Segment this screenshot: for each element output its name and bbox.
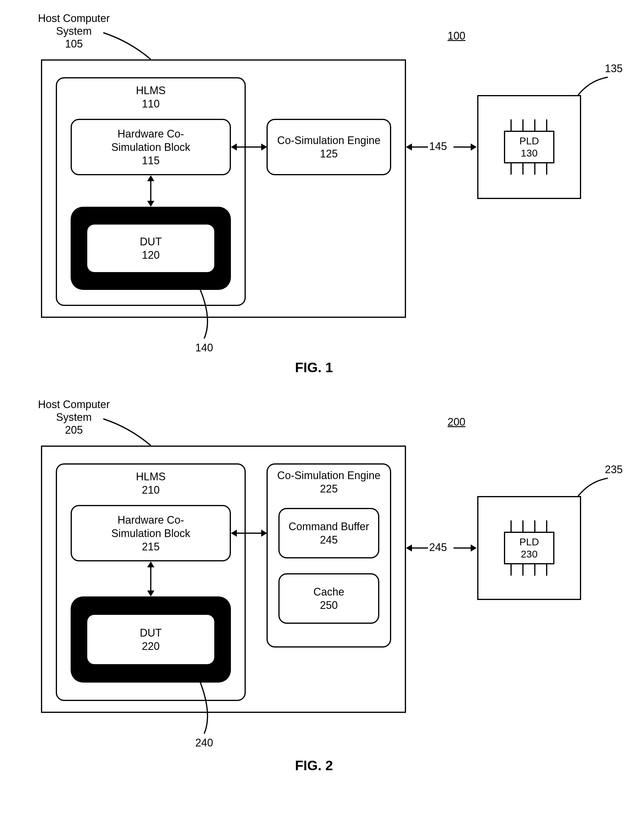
hwcosim-l2: Simulation Block	[72, 527, 230, 540]
chip-pin-icon	[523, 564, 524, 576]
hardware-cosim-block: Hardware Co- Simulation Block 115	[71, 119, 231, 175]
cache-block: Cache 250	[279, 573, 379, 624]
pld-label: PLD	[505, 135, 553, 147]
host-label-num: 105	[65, 38, 83, 50]
cosim-l1: Co-Simulation Engine	[268, 134, 390, 147]
host-hw-link-left	[410, 548, 428, 549]
dut-label: DUT	[87, 235, 214, 248]
chip-pin-icon	[534, 520, 535, 532]
chip-pin-icon	[546, 564, 547, 576]
arrowhead-left-icon	[231, 144, 237, 151]
host-label-line2: System	[56, 411, 92, 423]
hw-platform-num: 235	[605, 463, 623, 476]
hwcosim-dut-link	[150, 564, 151, 591]
chip-pin-icon	[523, 163, 524, 175]
cosim-num: 225	[268, 482, 390, 496]
host-label-line2: System	[56, 25, 92, 37]
host-leader-curve	[103, 15, 168, 59]
dut-label: DUT	[87, 626, 214, 639]
host-label-line1: Host Computer	[38, 398, 110, 411]
cosim-engine-box: Co-Simulation Engine 125	[266, 119, 391, 175]
chip-pin-icon	[510, 564, 512, 576]
host-system-label: Host Computer System 205	[38, 398, 110, 437]
chip-pin-icon	[510, 520, 512, 532]
dut-block: DUT 220	[87, 615, 214, 664]
arrowhead-down-icon	[147, 201, 154, 207]
hwcosim-l1: Hardware Co-	[72, 127, 230, 141]
chip-pin-icon	[510, 163, 512, 175]
dut-callout-num: 140	[195, 342, 213, 354]
figure-caption: FIG. 1	[32, 359, 596, 376]
host-hw-link-right	[453, 147, 471, 148]
host-label-num: 205	[65, 424, 83, 436]
link-num: 145	[429, 140, 447, 153]
arrowhead-down-icon	[147, 591, 154, 597]
pld-label: PLD	[505, 536, 553, 548]
cmdbuf-num: 245	[280, 533, 378, 546]
hw-platform-num: 135	[605, 62, 623, 75]
chip-pin-icon	[534, 119, 535, 131]
cosim-l1: Co-Simulation Engine	[268, 469, 390, 482]
arrowhead-right-icon	[261, 530, 267, 537]
dut-num: 120	[87, 248, 214, 262]
arrowhead-right-icon	[261, 144, 267, 151]
pld-chip: PLD 130	[504, 131, 554, 163]
arrowhead-up-icon	[147, 175, 154, 181]
host-leader-curve	[103, 401, 168, 445]
pld-chip: PLD 230	[504, 532, 554, 564]
dut-block: DUT 120	[87, 224, 214, 272]
link-num: 245	[429, 541, 447, 554]
chip-pin-icon	[546, 119, 547, 131]
host-hw-link-left	[410, 147, 428, 148]
hwcosim-num: 215	[72, 540, 230, 553]
chip-pin-icon	[534, 564, 535, 576]
figure-ref-number: 100	[447, 30, 465, 42]
dut-callout-num: 240	[195, 737, 213, 749]
chip-pin-icon	[523, 119, 524, 131]
hlms-num: 110	[57, 97, 244, 111]
command-buffer-block: Command Buffer 245	[279, 508, 379, 558]
pld-num: 230	[505, 548, 553, 560]
chip-pin-icon	[510, 119, 512, 131]
hw-leader-curve	[578, 77, 614, 101]
figure-ref-number: 200	[447, 416, 465, 428]
arrowhead-up-icon	[147, 561, 154, 567]
dut-num: 220	[87, 639, 214, 653]
hw-leader-curve	[578, 478, 614, 502]
hwcosim-l1: Hardware Co-	[72, 513, 230, 527]
arrowhead-left-icon	[406, 144, 412, 151]
hlms-label: HLMS	[57, 84, 244, 97]
chip-pin-icon	[546, 163, 547, 175]
arrowhead-left-icon	[231, 530, 237, 537]
dut-leader-curve	[192, 677, 228, 737]
cache-num: 250	[280, 598, 378, 612]
host-label-line1: Host Computer	[38, 12, 110, 24]
hlms-label: HLMS	[57, 470, 244, 483]
chip-pin-icon	[546, 520, 547, 532]
hwcosim-cosim-link	[234, 147, 264, 148]
dut-leader-curve	[192, 285, 228, 342]
chip-pin-icon	[534, 163, 535, 175]
figure-1: Host Computer System 105 100 HLMS 110 Ha…	[32, 12, 596, 368]
hwcosim-dut-link	[150, 178, 151, 202]
hlms-num: 210	[57, 483, 244, 497]
hwcosim-cosim-link	[234, 532, 264, 534]
hwcosim-l2: Simulation Block	[72, 141, 230, 154]
arrowhead-right-icon	[471, 545, 477, 552]
hwcosim-num: 115	[72, 154, 230, 167]
cache-l1: Cache	[280, 585, 378, 598]
arrowhead-right-icon	[471, 144, 477, 151]
host-system-label: Host Computer System 105	[38, 12, 110, 51]
cosim-num: 125	[268, 147, 390, 160]
cmdbuf-l1: Command Buffer	[280, 520, 378, 533]
arrowhead-left-icon	[406, 545, 412, 552]
figure-2: Host Computer System 205 200 HLMS 210 Ha…	[32, 398, 596, 772]
pld-num: 130	[505, 147, 553, 159]
chip-pin-icon	[523, 520, 524, 532]
host-hw-link-right	[453, 548, 471, 549]
figure-caption: FIG. 2	[32, 758, 596, 774]
hardware-cosim-block: Hardware Co- Simulation Block 215	[71, 505, 231, 561]
